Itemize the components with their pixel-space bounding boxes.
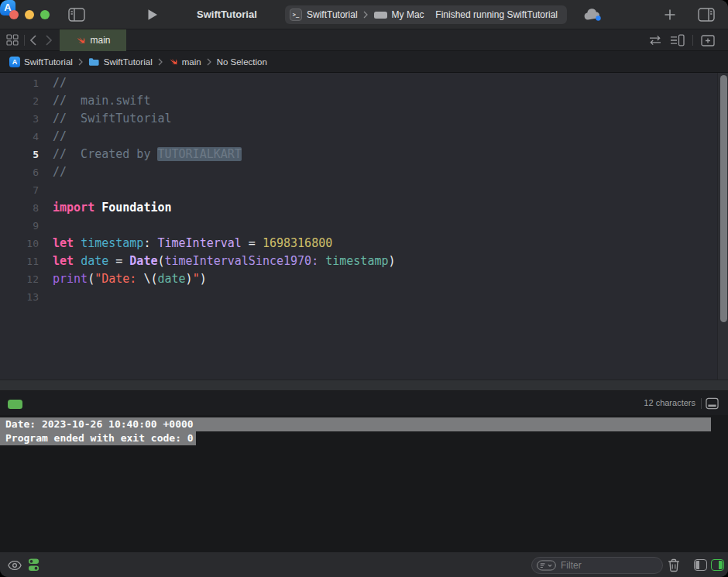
code-line[interactable]: 8import Foundation: [0, 199, 728, 217]
jump-bar: A SwiftTutorial SwiftTutorial main: [0, 51, 728, 73]
selection-char-count: 12 characters: [644, 398, 695, 407]
variables-view-toggle[interactable]: [694, 559, 707, 571]
go-back-button[interactable]: [29, 34, 37, 46]
activity-status-text: Finished running SwiftTutorial: [435, 9, 567, 20]
scheme-name[interactable]: SwiftTutorial: [307, 9, 358, 20]
chevron-right-icon: [207, 58, 211, 66]
breadcrumb-file[interactable]: main: [168, 57, 201, 67]
code-line[interactable]: 5// Created by TUTORIALKART: [0, 146, 728, 163]
selected-text: TUTORIALKART: [157, 147, 241, 161]
add-tab-button[interactable]: [663, 8, 677, 22]
debug-area-resize-handle[interactable]: [0, 380, 728, 391]
console-line: Date: 2023-10-26 10:40:00 +0000: [0, 417, 711, 431]
chevron-right-icon: [78, 58, 83, 66]
run-destination[interactable]: My Mac: [392, 9, 424, 20]
minimize-window-button[interactable]: [25, 10, 34, 19]
inspector-sidebar-toggle-icon[interactable]: [698, 8, 715, 22]
filter-input[interactable]: [561, 560, 658, 571]
code-line[interactable]: 12print("Date: \(date)"): [0, 270, 728, 288]
console-filter-field[interactable]: [531, 557, 663, 574]
code-line[interactable]: 7: [0, 181, 728, 199]
filter-menu-icon[interactable]: [537, 560, 556, 571]
mac-destination-icon: [374, 12, 387, 19]
code-line[interactable]: 10let timestamp: TimeInterval = 16983168…: [0, 235, 728, 252]
swift-file-icon: [168, 57, 178, 67]
project-app-icon: A: [9, 57, 20, 67]
editor-scrollbar-track[interactable]: [717, 73, 728, 380]
code-line[interactable]: 3// SwiftTutorial: [0, 110, 728, 128]
source-editor[interactable]: 1//2// main.swift3// SwiftTutorial4//5//…: [0, 73, 728, 380]
console-line: Program ended with exit code: 0: [0, 431, 196, 445]
tab-main[interactable]: main: [60, 29, 126, 51]
cloud-sync-icon[interactable]: [582, 8, 603, 22]
navigator-sidebar-toggle-icon[interactable]: [68, 8, 85, 22]
line-number: 2: [0, 92, 39, 110]
line-number: 3: [0, 110, 39, 128]
breadcrumb-group[interactable]: SwiftTutorial: [88, 57, 153, 67]
scheme-selector-pill: >_ SwiftTutorial My Mac Finished running…: [285, 5, 567, 24]
line-number: 1: [0, 74, 39, 92]
line-number: 8: [0, 199, 39, 217]
window-title: SwiftTutorial: [197, 9, 257, 20]
breadcrumb-selection[interactable]: No Selection: [217, 57, 267, 67]
code-line[interactable]: 2// main.swift: [0, 92, 728, 110]
tab-label: main: [90, 35, 110, 46]
add-editor-icon[interactable]: [701, 35, 715, 46]
hide-debug-area-icon[interactable]: [706, 397, 719, 410]
console-view-toggle[interactable]: [711, 559, 724, 571]
console-output[interactable]: Date: 2023-10-26 10:40:00 +0000Program e…: [0, 415, 728, 551]
run-status-indicator: [8, 400, 22, 409]
code-line[interactable]: 1//: [0, 74, 728, 92]
xcode-window: A SwiftTutorial >_ SwiftTutorial My Mac …: [0, 0, 728, 577]
line-number: 4: [0, 128, 39, 146]
line-number: 5: [0, 146, 39, 163]
line-number: 12: [0, 270, 39, 288]
code-line[interactable]: 13: [0, 288, 728, 306]
editor-options-icon[interactable]: [670, 34, 685, 46]
run-button[interactable]: [147, 9, 158, 21]
line-number: 10: [0, 235, 39, 252]
environment-overrides-icon[interactable]: [28, 558, 39, 572]
close-window-button[interactable]: [9, 10, 19, 19]
clear-console-trash-icon[interactable]: [668, 558, 680, 572]
related-items-icon[interactable]: [6, 34, 19, 46]
divider: [701, 398, 702, 409]
console-header-bar: 12 characters: [0, 391, 728, 415]
line-number: 11: [0, 252, 39, 270]
go-forward-button[interactable]: [45, 34, 53, 46]
line-number: 7: [0, 181, 39, 199]
code-line[interactable]: 11let date = Date(timeIntervalSince1970:…: [0, 252, 728, 270]
debug-bottom-bar: [0, 551, 728, 577]
code-line[interactable]: 6//: [0, 163, 728, 181]
zoom-window-button[interactable]: [40, 10, 50, 19]
code-review-icon[interactable]: [648, 35, 662, 46]
console-lines: Date: 2023-10-26 10:40:00 +0000Program e…: [0, 417, 728, 445]
quick-look-eye-icon[interactable]: [8, 560, 22, 571]
line-number: 13: [0, 288, 39, 306]
swift-file-icon: [75, 35, 86, 46]
line-number: 6: [0, 163, 39, 181]
chevron-right-icon: [158, 58, 163, 66]
titlebar: A SwiftTutorial >_ SwiftTutorial My Mac …: [0, 0, 728, 29]
breadcrumb-project[interactable]: A SwiftTutorial: [9, 57, 73, 67]
code-line[interactable]: 4//: [0, 128, 728, 146]
executable-target-icon: >_: [290, 9, 302, 21]
line-number: 9: [0, 217, 39, 235]
editor-scrollbar-thumb[interactable]: [720, 75, 727, 322]
chevron-right-icon: [363, 11, 368, 19]
code-lines: 1//2// main.swift3// SwiftTutorial4//5//…: [0, 73, 728, 306]
folder-icon: [88, 57, 100, 67]
code-line[interactable]: 9: [0, 217, 728, 235]
editor-tab-bar: main: [0, 29, 728, 51]
